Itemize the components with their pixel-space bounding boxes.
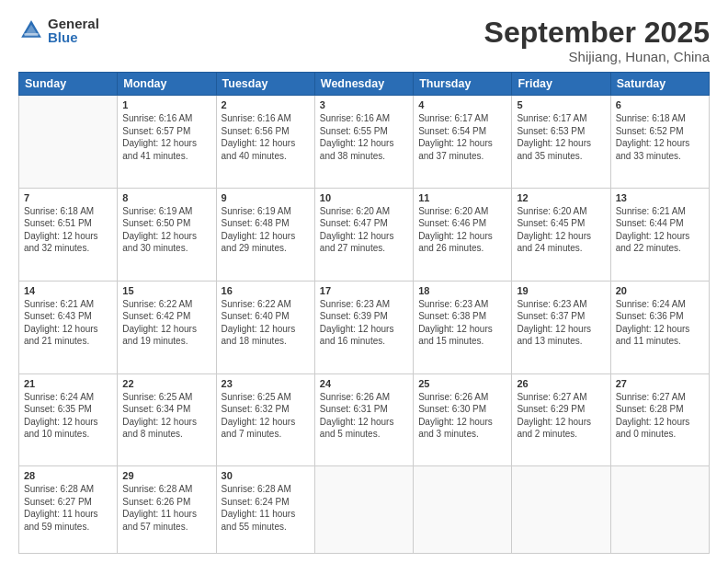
- day-info: Sunrise: 6:17 AM Sunset: 6:53 PM Dayligh…: [517, 112, 605, 162]
- day-info: Sunrise: 6:24 AM Sunset: 6:36 PM Dayligh…: [616, 298, 704, 348]
- logo-text: General Blue: [48, 17, 99, 44]
- day-number: 18: [418, 285, 506, 296]
- weekday-header-monday: Monday: [118, 73, 216, 96]
- calendar-cell: [19, 96, 118, 189]
- day-number: 16: [222, 285, 310, 296]
- day-info: Sunrise: 6:16 AM Sunset: 6:55 PM Dayligh…: [320, 112, 408, 162]
- day-number: 22: [122, 378, 210, 389]
- calendar-cell: 8Sunrise: 6:19 AM Sunset: 6:50 PM Daylig…: [118, 188, 216, 281]
- day-number: 30: [222, 470, 310, 481]
- weekday-header-sunday: Sunday: [19, 73, 118, 96]
- title-block: September 2025 Shijiang, Hunan, China: [484, 17, 710, 64]
- day-info: Sunrise: 6:28 AM Sunset: 6:24 PM Dayligh…: [222, 483, 310, 533]
- day-info: Sunrise: 6:28 AM Sunset: 6:26 PM Dayligh…: [122, 483, 210, 533]
- day-number: 6: [616, 99, 704, 110]
- calendar-cell: 14Sunrise: 6:21 AM Sunset: 6:43 PM Dayli…: [19, 281, 118, 373]
- calendar-cell: 11Sunrise: 6:20 AM Sunset: 6:46 PM Dayli…: [414, 188, 512, 281]
- calendar-cell: 4Sunrise: 6:17 AM Sunset: 6:54 PM Daylig…: [414, 96, 512, 189]
- day-number: 12: [517, 192, 605, 203]
- calendar-cell: 6Sunrise: 6:18 AM Sunset: 6:52 PM Daylig…: [610, 96, 709, 189]
- day-number: 26: [517, 378, 605, 389]
- calendar-cell: [414, 466, 512, 554]
- calendar-cell: 7Sunrise: 6:18 AM Sunset: 6:51 PM Daylig…: [19, 188, 118, 281]
- day-number: 25: [418, 378, 506, 389]
- day-number: 3: [320, 99, 408, 110]
- calendar-week-3: 14Sunrise: 6:21 AM Sunset: 6:43 PM Dayli…: [19, 281, 710, 373]
- calendar-cell: 5Sunrise: 6:17 AM Sunset: 6:53 PM Daylig…: [512, 96, 610, 189]
- weekday-header-saturday: Saturday: [610, 73, 709, 96]
- day-info: Sunrise: 6:19 AM Sunset: 6:48 PM Dayligh…: [222, 205, 310, 255]
- calendar-cell: [610, 466, 709, 554]
- calendar-cell: 20Sunrise: 6:24 AM Sunset: 6:36 PM Dayli…: [610, 281, 709, 373]
- calendar-cell: 9Sunrise: 6:19 AM Sunset: 6:48 PM Daylig…: [216, 188, 314, 281]
- calendar-table: SundayMondayTuesdayWednesdayThursdayFrid…: [18, 72, 710, 554]
- calendar-cell: 28Sunrise: 6:28 AM Sunset: 6:27 PM Dayli…: [19, 466, 118, 554]
- day-info: Sunrise: 6:28 AM Sunset: 6:27 PM Dayligh…: [24, 483, 112, 533]
- day-info: Sunrise: 6:16 AM Sunset: 6:57 PM Dayligh…: [122, 112, 210, 162]
- day-info: Sunrise: 6:18 AM Sunset: 6:52 PM Dayligh…: [616, 112, 704, 162]
- day-number: 21: [24, 378, 112, 389]
- calendar-cell: 25Sunrise: 6:26 AM Sunset: 6:30 PM Dayli…: [414, 373, 512, 466]
- calendar-cell: 21Sunrise: 6:24 AM Sunset: 6:35 PM Dayli…: [19, 373, 118, 466]
- day-info: Sunrise: 6:18 AM Sunset: 6:51 PM Dayligh…: [24, 205, 112, 255]
- day-info: Sunrise: 6:25 AM Sunset: 6:34 PM Dayligh…: [122, 391, 210, 441]
- day-info: Sunrise: 6:19 AM Sunset: 6:50 PM Dayligh…: [122, 205, 210, 255]
- day-number: 29: [122, 470, 210, 481]
- day-info: Sunrise: 6:16 AM Sunset: 6:56 PM Dayligh…: [222, 112, 310, 162]
- calendar-cell: 27Sunrise: 6:27 AM Sunset: 6:28 PM Dayli…: [610, 373, 709, 466]
- day-number: 17: [320, 285, 408, 296]
- day-info: Sunrise: 6:20 AM Sunset: 6:45 PM Dayligh…: [517, 205, 605, 255]
- day-number: 15: [122, 285, 210, 296]
- logo-icon: [18, 17, 44, 43]
- weekday-header-row: SundayMondayTuesdayWednesdayThursdayFrid…: [19, 73, 710, 96]
- calendar-week-1: 1Sunrise: 6:16 AM Sunset: 6:57 PM Daylig…: [19, 96, 710, 189]
- calendar-cell: 16Sunrise: 6:22 AM Sunset: 6:40 PM Dayli…: [216, 281, 314, 373]
- day-info: Sunrise: 6:17 AM Sunset: 6:54 PM Dayligh…: [418, 112, 506, 162]
- svg-rect-2: [24, 33, 39, 35]
- weekday-header-wednesday: Wednesday: [314, 73, 413, 96]
- day-number: 11: [418, 192, 506, 203]
- day-number: 24: [320, 378, 408, 389]
- day-number: 10: [320, 192, 408, 203]
- day-info: Sunrise: 6:20 AM Sunset: 6:46 PM Dayligh…: [418, 205, 506, 255]
- day-number: 20: [616, 285, 704, 296]
- calendar-week-5: 28Sunrise: 6:28 AM Sunset: 6:27 PM Dayli…: [19, 466, 710, 554]
- calendar-cell: 3Sunrise: 6:16 AM Sunset: 6:55 PM Daylig…: [314, 96, 413, 189]
- logo-general: General: [48, 17, 99, 30]
- day-info: Sunrise: 6:20 AM Sunset: 6:47 PM Dayligh…: [320, 205, 408, 255]
- calendar-cell: [512, 466, 610, 554]
- day-info: Sunrise: 6:21 AM Sunset: 6:44 PM Dayligh…: [616, 205, 704, 255]
- calendar-week-2: 7Sunrise: 6:18 AM Sunset: 6:51 PM Daylig…: [19, 188, 710, 281]
- weekday-header-friday: Friday: [512, 73, 610, 96]
- weekday-header-thursday: Thursday: [414, 73, 512, 96]
- day-number: 2: [222, 99, 310, 110]
- day-info: Sunrise: 6:26 AM Sunset: 6:31 PM Dayligh…: [320, 391, 408, 441]
- calendar-cell: 18Sunrise: 6:23 AM Sunset: 6:38 PM Dayli…: [414, 281, 512, 373]
- logo: General Blue: [18, 17, 99, 44]
- day-number: 13: [616, 192, 704, 203]
- day-number: 14: [24, 285, 112, 296]
- calendar-cell: 15Sunrise: 6:22 AM Sunset: 6:42 PM Dayli…: [118, 281, 216, 373]
- logo-blue: Blue: [48, 30, 99, 44]
- day-info: Sunrise: 6:24 AM Sunset: 6:35 PM Dayligh…: [24, 391, 112, 441]
- day-number: 8: [122, 192, 210, 203]
- day-number: 4: [418, 99, 506, 110]
- day-info: Sunrise: 6:27 AM Sunset: 6:28 PM Dayligh…: [616, 391, 704, 441]
- calendar-cell: 12Sunrise: 6:20 AM Sunset: 6:45 PM Dayli…: [512, 188, 610, 281]
- day-number: 19: [517, 285, 605, 296]
- weekday-header-tuesday: Tuesday: [216, 73, 314, 96]
- day-number: 27: [616, 378, 704, 389]
- day-number: 23: [222, 378, 310, 389]
- day-number: 1: [122, 99, 210, 110]
- day-number: 5: [517, 99, 605, 110]
- calendar-cell: 13Sunrise: 6:21 AM Sunset: 6:44 PM Dayli…: [610, 188, 709, 281]
- calendar-cell: 10Sunrise: 6:20 AM Sunset: 6:47 PM Dayli…: [314, 188, 413, 281]
- calendar-cell: 17Sunrise: 6:23 AM Sunset: 6:39 PM Dayli…: [314, 281, 413, 373]
- calendar-cell: 24Sunrise: 6:26 AM Sunset: 6:31 PM Dayli…: [314, 373, 413, 466]
- calendar-cell: [314, 466, 413, 554]
- calendar-week-4: 21Sunrise: 6:24 AM Sunset: 6:35 PM Dayli…: [19, 373, 710, 466]
- calendar-cell: 22Sunrise: 6:25 AM Sunset: 6:34 PM Dayli…: [118, 373, 216, 466]
- calendar-cell: 2Sunrise: 6:16 AM Sunset: 6:56 PM Daylig…: [216, 96, 314, 189]
- page: General Blue September 2025 Shijiang, Hu…: [0, 0, 728, 563]
- day-info: Sunrise: 6:22 AM Sunset: 6:40 PM Dayligh…: [222, 298, 310, 348]
